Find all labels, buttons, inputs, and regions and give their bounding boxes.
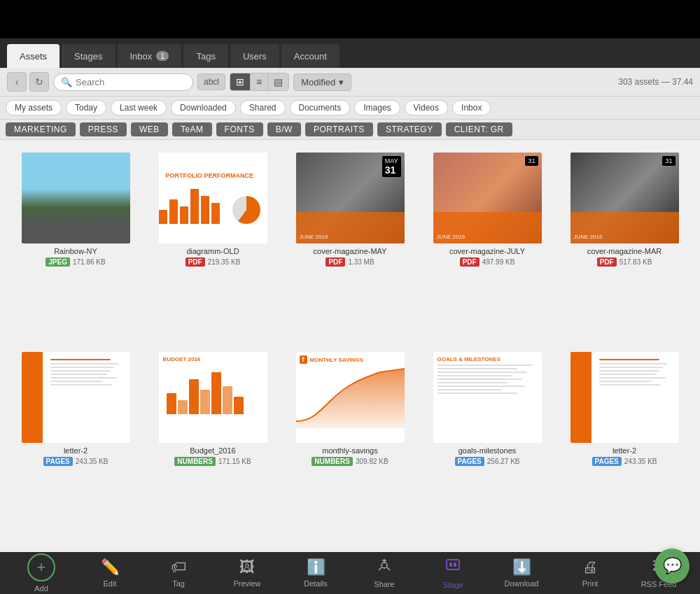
savings-thumbnail: f MONTHLY SAVINGS xyxy=(296,352,405,443)
asset-budget-2016[interactable]: BUDGET 2016 Budget_2016 NUMBERS 171.15 K… xyxy=(144,346,281,546)
tab-users[interactable]: Users xyxy=(230,44,279,68)
tab-assets[interactable]: Assets xyxy=(7,44,59,68)
abc-label: abcl xyxy=(204,77,219,87)
tab-stages[interactable]: Stages xyxy=(62,44,115,68)
asset-diagramm-name: diagramm-OLD xyxy=(186,247,239,255)
plus-icon: + xyxy=(37,558,46,577)
tab-assets-label: Assets xyxy=(20,51,47,62)
chat-bubble[interactable]: 💬 xyxy=(654,549,690,584)
bottom-toolbar: + Add ✏️ Edit 🏷 Tag 🖼 Preview ℹ️ Details… xyxy=(0,552,700,594)
filter-downloaded[interactable]: Downloaded xyxy=(171,100,236,115)
filter-documents[interactable]: Documents xyxy=(290,100,351,115)
refresh-icon: ↻ xyxy=(35,76,43,87)
tag-bw[interactable]: B/W xyxy=(267,122,301,136)
preview-label: Preview xyxy=(233,579,260,588)
tag-team-label: TeAM xyxy=(181,125,204,134)
back-button[interactable]: ‹ xyxy=(7,72,27,92)
asset-cover-mar[interactable]: 31 JUNE 2016 cover-magazine-MAR PDF 517.… xyxy=(556,147,693,346)
tag-team[interactable]: TeAM xyxy=(172,122,212,136)
tag-fonts-label: FONTS xyxy=(225,125,255,134)
refresh-button[interactable]: ↻ xyxy=(29,72,49,92)
sort-label: Modified xyxy=(301,77,335,87)
asset-cover-mar-meta: PDF 517.83 KB xyxy=(597,257,652,267)
main-area: Assets Stages Inbox 1 Tags Users Account… xyxy=(0,38,700,552)
tag-marketing[interactable]: MARKETING xyxy=(6,122,76,136)
edit-label: Edit xyxy=(104,579,117,588)
tag-client-gr[interactable]: CLIENT: GR xyxy=(446,122,512,136)
asset-rainbow-ny-type: JPEG xyxy=(46,257,70,267)
details-button[interactable]: ℹ️ Details xyxy=(295,558,337,588)
download-icon: ⬇️ xyxy=(512,558,531,577)
asset-cover-may[interactable]: MAY31 JUNE 2016 cover-magazine-MAY PDF 1… xyxy=(281,147,419,346)
share-button[interactable]: Share xyxy=(363,558,405,588)
asset-letter-2b-thumb xyxy=(570,352,679,443)
filter-inbox-label: Inbox xyxy=(461,103,482,113)
filter-last-week-label: Last week xyxy=(120,103,158,113)
filter-last-week[interactable]: Last week xyxy=(111,100,167,115)
filter-images[interactable]: Images xyxy=(354,100,400,115)
filter-my-assets[interactable]: My assets xyxy=(6,100,62,115)
filter-videos[interactable]: Videos xyxy=(405,100,448,115)
asset-letter-2a[interactable]: letter-2 PAGES 243.35 KB xyxy=(7,346,144,546)
tag-label: Tag xyxy=(172,579,185,588)
sort-dropdown[interactable]: Modified ▾ xyxy=(293,73,351,91)
asset-cover-mar-name: cover-magazine-MAR xyxy=(587,247,662,255)
grid-view-button[interactable]: ⊞ xyxy=(230,73,251,90)
tag-client-gr-label: CLIENT: GR xyxy=(454,125,504,134)
filter-images-label: Images xyxy=(363,103,391,113)
print-icon: 🖨 xyxy=(582,558,598,577)
tag-portraits-label: PORTRAITS xyxy=(314,125,365,134)
search-box[interactable]: 🔍 xyxy=(53,73,193,91)
tab-account-label: Account xyxy=(294,51,327,62)
assets-grid: Rainbow-NY JPEG 171.86 KB PORTFOLIO PERF… xyxy=(0,140,700,552)
asset-savings-size: 309.82 KB xyxy=(356,458,388,465)
tag-portraits[interactable]: PORTRAITS xyxy=(305,122,373,136)
print-button[interactable]: 🖨 Print xyxy=(569,558,611,588)
asset-diagramm-thumb: PORTFOLIO PERFORMANCE xyxy=(159,153,267,243)
tab-tags[interactable]: Tags xyxy=(183,44,227,68)
asset-cover-july-size: 497.99 KB xyxy=(482,258,515,266)
asset-goals-type: PAGES xyxy=(455,457,484,466)
stage-button[interactable]: Stage xyxy=(432,557,474,589)
filter-today[interactable]: Today xyxy=(66,100,106,115)
asset-rainbow-ny[interactable]: Rainbow-NY JPEG 171.86 KB xyxy=(7,147,144,346)
preview-button[interactable]: 🖼 Preview xyxy=(226,558,268,588)
asset-monthly-savings[interactable]: f MONTHLY SAVINGS xyxy=(281,346,419,546)
tag-press[interactable]: PRESS xyxy=(80,122,127,136)
tab-inbox[interactable]: Inbox 1 xyxy=(118,44,182,68)
tag-fonts[interactable]: FONTS xyxy=(216,122,263,136)
download-label: Download xyxy=(505,579,539,588)
edit-button[interactable]: ✏️ Edit xyxy=(89,558,131,588)
search-icon: 🔍 xyxy=(61,77,72,87)
asset-rainbow-ny-thumb xyxy=(22,153,130,243)
search-input[interactable] xyxy=(76,77,186,87)
tag-button[interactable]: 🏷 Tag xyxy=(158,558,200,588)
tag-strategy[interactable]: STRATEGY xyxy=(377,122,442,136)
toolbar: ‹ ↻ 🔍 abcl ⊞ ≡ ▤ Modified ▾ 303 assets —… xyxy=(0,68,700,97)
asset-diagramm-meta: PDF 219.35 KB xyxy=(186,257,241,267)
asset-diagramm-old[interactable]: PORTFOLIO PERFORMANCE diagr xyxy=(144,147,281,346)
asset-cover-july[interactable]: 31 JUNE 2016 cover-magazine-JULY PDF 497… xyxy=(419,147,556,346)
filter-inbox[interactable]: Inbox xyxy=(452,100,491,115)
asset-goals-milestones[interactable]: GOALS & MILESTONES goals-milestones PAGE… xyxy=(419,346,556,546)
tag-icon: 🏷 xyxy=(171,558,186,577)
tag-web[interactable]: WEB xyxy=(131,122,168,136)
download-button[interactable]: ⬇️ Download xyxy=(500,558,542,588)
filter-shared[interactable]: Shared xyxy=(240,100,286,115)
asset-goals-name: goals-milestones xyxy=(458,446,517,455)
tag-press-label: PRESS xyxy=(88,125,118,134)
budget-thumbnail: BUDGET 2016 xyxy=(159,352,267,443)
asset-letter-2b[interactable]: letter-2 PAGES 243.35 KB xyxy=(556,346,693,546)
mag-july-thumbnail: 31 JUNE 2016 xyxy=(433,153,542,243)
asset-budget-thumb: BUDGET 2016 xyxy=(159,352,267,443)
tab-account[interactable]: Account xyxy=(281,44,340,68)
filter-downloaded-label: Downloaded xyxy=(180,103,227,113)
abc-button[interactable]: abcl xyxy=(197,73,225,90)
svg-rect-5 xyxy=(447,560,459,570)
add-button[interactable]: + Add xyxy=(20,553,62,593)
tag-bw-label: B/W xyxy=(276,125,293,134)
asset-budget-type: NUMBERS xyxy=(174,457,216,466)
asset-letter-2b-meta: PAGES 243.35 KB xyxy=(592,457,657,466)
detail-view-button[interactable]: ▤ xyxy=(268,73,288,90)
list-view-button[interactable]: ≡ xyxy=(251,73,268,90)
